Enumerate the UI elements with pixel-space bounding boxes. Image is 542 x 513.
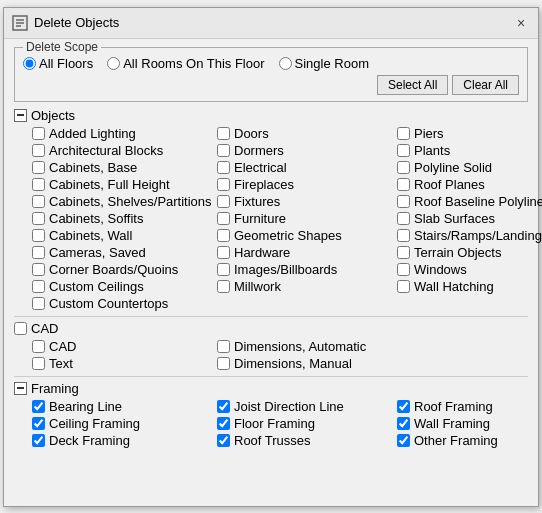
objects-label: Objects [31,108,75,123]
dialog-title: Delete Objects [34,15,119,30]
scope-all-rooms[interactable]: All Rooms On This Floor [107,56,264,71]
obj-roof-planes[interactable]: Roof Planes [397,176,542,193]
obj-roof-baseline[interactable]: Roof Baseline Polylines [397,193,542,210]
scope-single-room[interactable]: Single Room [279,56,369,71]
framing-checkbox[interactable] [14,382,27,395]
framing-bearing-line[interactable]: Bearing Line [32,398,217,415]
obj-stairs[interactable]: Stairs/Ramps/Landings [397,227,542,244]
obj-fireplaces[interactable]: Fireplaces [217,176,397,193]
framing-section-header: Framing [14,381,528,396]
cad-text[interactable]: Text [32,355,217,372]
obj-fixtures[interactable]: Fixtures [217,193,397,210]
cad-grid: CAD Text Dimensions, Automatic Dimension… [32,338,528,372]
cad-col2: Dimensions, Automatic Dimensions, Manual [217,338,397,372]
obj-custom-ceilings[interactable]: Custom Ceilings [32,278,217,295]
title-bar: Delete Objects × [4,8,538,39]
scope-legend: Delete Scope [23,40,101,54]
cad-section-header: CAD [14,321,528,336]
obj-custom-countertops[interactable]: Custom Countertops [32,295,217,312]
dialog-content: Delete Scope All Floors All Rooms On Thi… [4,39,538,459]
obj-plants[interactable]: Plants [397,142,542,159]
objects-col1: Added Lighting Architectural Blocks Cabi… [32,125,217,312]
objects-grid: Added Lighting Architectural Blocks Cabi… [32,125,528,312]
obj-corner-boards[interactable]: Corner Boards/Quoins [32,261,217,278]
objects-section-header: Objects [14,108,528,123]
obj-furniture[interactable]: Furniture [217,210,397,227]
obj-cabinets-base[interactable]: Cabinets, Base [32,159,217,176]
framing-roof-trusses[interactable]: Roof Trusses [217,432,397,449]
framing-wall[interactable]: Wall Framing [397,415,542,432]
framing-deck[interactable]: Deck Framing [32,432,217,449]
framing-other[interactable]: Other Framing [397,432,542,449]
obj-dormers[interactable]: Dormers [217,142,397,159]
obj-terrain[interactable]: Terrain Objects [397,244,542,261]
obj-polyline-solid[interactable]: Polyline Solid [397,159,542,176]
obj-cabinets-wall[interactable]: Cabinets, Wall [32,227,217,244]
framing-grid: Bearing Line Ceiling Framing Deck Framin… [32,398,528,449]
clear-all-button[interactable]: Clear All [452,75,519,95]
obj-cabinets-shelves[interactable]: Cabinets, Shelves/Partitions [32,193,217,210]
cad-dim-manual[interactable]: Dimensions, Manual [217,355,397,372]
divider-2 [14,376,528,377]
scope-group: Delete Scope All Floors All Rooms On Thi… [14,47,528,102]
obj-cabinets-soffits[interactable]: Cabinets, Soffits [32,210,217,227]
obj-geometric-shapes[interactable]: Geometric Shapes [217,227,397,244]
obj-electrical[interactable]: Electrical [217,159,397,176]
scope-row: All Floors All Rooms On This Floor Singl… [23,56,519,95]
framing-ceiling[interactable]: Ceiling Framing [32,415,217,432]
cad-cad[interactable]: CAD [32,338,217,355]
obj-architectural-blocks[interactable]: Architectural Blocks [32,142,217,159]
objects-col2: Doors Dormers Electrical Fireplaces Fixt… [217,125,397,312]
obj-wall-hatching[interactable]: Wall Hatching [397,278,542,295]
close-button[interactable]: × [512,14,530,32]
obj-slab-surfaces[interactable]: Slab Surfaces [397,210,542,227]
obj-doors[interactable]: Doors [217,125,397,142]
objects-checkbox[interactable] [14,109,27,122]
scope-all-floors[interactable]: All Floors [23,56,93,71]
framing-joist[interactable]: Joist Direction Line [217,398,397,415]
framing-col3: Roof Framing Wall Framing Other Framing [397,398,542,449]
obj-cameras[interactable]: Cameras, Saved [32,244,217,261]
obj-windows[interactable]: Windows [397,261,542,278]
framing-label: Framing [31,381,79,396]
dialog-icon [12,15,28,31]
cad-checkbox[interactable] [14,322,27,335]
obj-cabinets-full[interactable]: Cabinets, Full Height [32,176,217,193]
framing-col1: Bearing Line Ceiling Framing Deck Framin… [32,398,217,449]
select-all-button[interactable]: Select All [377,75,448,95]
objects-col3: Piers Plants Polyline Solid Roof Planes … [397,125,542,312]
framing-roof[interactable]: Roof Framing [397,398,542,415]
delete-objects-dialog: Delete Objects × Delete Scope All Floors… [3,7,539,507]
obj-millwork[interactable]: Millwork [217,278,397,295]
obj-piers[interactable]: Piers [397,125,542,142]
obj-images[interactable]: Images/Billboards [217,261,397,278]
cad-label: CAD [31,321,58,336]
obj-added-lighting[interactable]: Added Lighting [32,125,217,142]
cad-dim-auto[interactable]: Dimensions, Automatic [217,338,397,355]
framing-col2: Joist Direction Line Floor Framing Roof … [217,398,397,449]
divider-1 [14,316,528,317]
cad-col1: CAD Text [32,338,217,372]
title-bar-left: Delete Objects [12,15,119,31]
framing-floor[interactable]: Floor Framing [217,415,397,432]
obj-hardware[interactable]: Hardware [217,244,397,261]
scope-buttons: Select All Clear All [377,75,519,95]
